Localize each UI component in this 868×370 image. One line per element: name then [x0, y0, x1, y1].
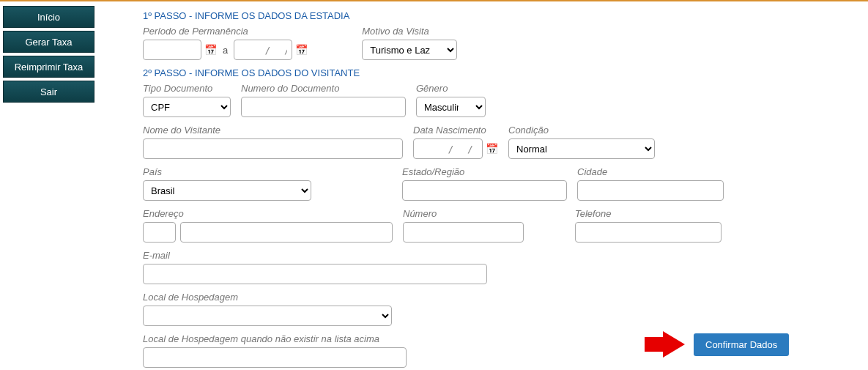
- calendar-icon[interactable]: 📅: [295, 44, 308, 56]
- confirmar-button[interactable]: Confirmar Dados: [694, 333, 789, 356]
- cond-label: Condição: [508, 125, 655, 136]
- endereco-label: Endereço: [143, 208, 393, 219]
- sidebar-item-reimprimir-taxa[interactable]: Reimprimir Taxa: [3, 56, 94, 78]
- tipo-doc-select[interactable]: CPF: [143, 97, 231, 117]
- pais-select[interactable]: Brasil: [143, 180, 311, 201]
- local-label: Local de Hospedagem: [143, 292, 392, 303]
- numero-input[interactable]: [403, 222, 524, 243]
- calendar-icon[interactable]: 📅: [486, 143, 498, 155]
- motivo-select[interactable]: Turismo e Lazer: [362, 40, 457, 60]
- local-alt-input[interactable]: [143, 347, 407, 368]
- nasc-input[interactable]: [413, 138, 483, 159]
- estado-label: Estado/Região: [402, 166, 567, 177]
- cond-select[interactable]: Normal: [508, 138, 655, 159]
- pais-label: País: [143, 166, 311, 177]
- date-separator: a: [223, 45, 228, 56]
- estado-input[interactable]: [402, 180, 567, 201]
- step2-title: 2º PASSO - INFORME OS DADOS DO VISITANTE: [143, 67, 853, 78]
- main-content: 1º PASSO - INFORME OS DADOS DA ESTADIA P…: [99, 1, 868, 370]
- genero-select[interactable]: Masculino: [416, 97, 486, 117]
- periodo-label: Período de Permanência: [143, 26, 308, 37]
- email-label: E-mail: [143, 250, 487, 261]
- step1-title: 1º PASSO - INFORME OS DADOS DA ESTADIA: [143, 10, 853, 21]
- nome-input[interactable]: [143, 138, 403, 159]
- nasc-label: Data Nascimento: [413, 125, 498, 136]
- telefone-label: Telefone: [575, 208, 722, 219]
- numero-label: Número: [403, 208, 524, 219]
- sidebar-item-sair[interactable]: Sair: [3, 81, 94, 103]
- motivo-label: Motivo da Visita: [362, 26, 457, 37]
- arrow-indicator: [663, 331, 685, 358]
- nome-label: Nome do Visitante: [143, 125, 403, 136]
- date-from-input[interactable]: [143, 40, 201, 60]
- genero-label: Gênero: [416, 83, 486, 94]
- sidebar-item-inicio[interactable]: Início: [3, 6, 94, 28]
- endereco-input[interactable]: [180, 222, 393, 243]
- telefone-input[interactable]: [575, 222, 722, 243]
- endereco-pre-input[interactable]: [143, 222, 176, 243]
- num-doc-input[interactable]: [241, 97, 406, 117]
- email-input[interactable]: [143, 264, 487, 284]
- date-to-input[interactable]: [234, 40, 292, 60]
- sidebar-item-gerar-taxa[interactable]: Gerar Taxa: [3, 31, 94, 53]
- local-alt-label: Local de Hospedagem quando não existir n…: [143, 333, 407, 344]
- num-doc-label: Numero do Documento: [241, 83, 406, 94]
- cidade-input[interactable]: [577, 180, 724, 201]
- sidebar: Início Gerar Taxa Reimprimir Taxa Sair: [0, 1, 99, 370]
- tipo-doc-label: Tipo Documento: [143, 83, 231, 94]
- cidade-label: Cidade: [577, 166, 724, 177]
- calendar-icon[interactable]: 📅: [204, 44, 217, 56]
- local-select[interactable]: [143, 306, 392, 326]
